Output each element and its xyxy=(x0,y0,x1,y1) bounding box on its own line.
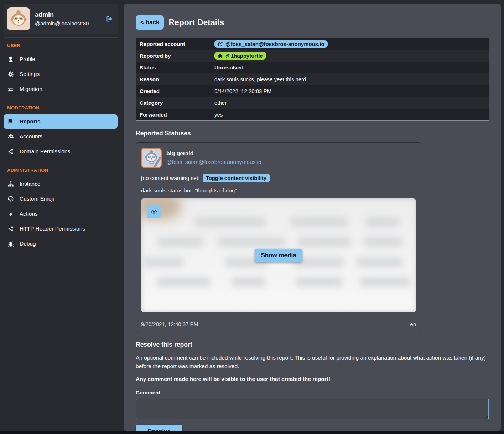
bug-icon xyxy=(7,241,14,247)
status-media-attachment[interactable]: Show media xyxy=(141,198,416,312)
show-media-button[interactable]: Show media xyxy=(255,249,302,262)
media-blur-blob xyxy=(298,237,351,247)
nav-section-administration: ADMINISTRATION xyxy=(4,163,118,176)
reason-value: dark souls sucks, please yeet this nerd xyxy=(211,73,489,85)
resolve-description: An optional comment can be included whil… xyxy=(136,353,489,371)
sidebar-item-label: Custom Emoji xyxy=(20,196,54,202)
reported-account-link[interactable]: @foss_satan@fossbros-anonymous.io xyxy=(214,40,328,48)
report-info-table: Reported account @foss_satan@fossbros-an… xyxy=(136,38,489,121)
forwarded-value: yes xyxy=(211,109,489,121)
migration-icon xyxy=(7,86,14,92)
comment-input[interactable] xyxy=(136,399,489,419)
media-blur-blob xyxy=(365,217,399,227)
back-button[interactable]: < back xyxy=(136,15,164,30)
content-warning-row: [no content warning set] Toggle content … xyxy=(141,174,416,182)
status-language: en xyxy=(410,321,416,327)
table-row: Status Unresolved xyxy=(136,62,489,73)
media-blur-blob xyxy=(194,217,266,227)
sidebar-item-label: Actions xyxy=(20,211,38,217)
nav-section-moderation: MODERATION xyxy=(4,101,118,114)
resolve-warning: Any comment made here will be visible to… xyxy=(136,376,489,382)
sidebar-nav: USER Profile xyxy=(4,38,118,251)
sidebar-item-label: Migration xyxy=(20,86,42,92)
status-value: Unresolved xyxy=(211,62,489,73)
media-blur-blob xyxy=(232,277,266,287)
page-title: Report Details xyxy=(168,18,224,27)
table-row: Forwarded yes xyxy=(136,109,489,121)
sidebar-item-http-header-permissions[interactable]: HTTP Header Permissions xyxy=(4,222,118,236)
sidebar-item-label: Instance xyxy=(20,181,41,187)
media-blur-blob xyxy=(157,277,211,287)
field-label: Category xyxy=(136,97,211,109)
sidebar-item-settings[interactable]: Settings xyxy=(4,67,118,81)
reported-account-handle: @foss_satan@fossbros-anonymous.io xyxy=(225,41,324,47)
status-display-name: big gerald xyxy=(166,150,261,157)
nav-section-user: USER xyxy=(4,38,118,51)
table-row: Created 5/14/2022, 12:20:03 PM xyxy=(136,85,489,97)
user-name: admin xyxy=(35,11,93,19)
sidebar-divider xyxy=(4,37,118,38)
sidebar-item-actions[interactable]: Actions xyxy=(4,207,118,221)
sidebar-item-reports[interactable]: Reports xyxy=(4,114,118,129)
toggle-content-visibility-button[interactable]: Toggle content visibility xyxy=(203,174,270,182)
sidebar-item-custom-emoji[interactable]: Custom Emoji xyxy=(4,192,118,206)
media-blur-blob xyxy=(357,257,403,267)
table-row: Reported account @foss_satan@fossbros-an… xyxy=(136,38,489,50)
logout-button[interactable] xyxy=(105,15,113,22)
field-label: Created xyxy=(136,85,211,97)
sidebar-divider xyxy=(4,100,118,100)
sidebar-item-profile[interactable]: Profile xyxy=(4,52,118,66)
sidebar-item-label: Domain Permissions xyxy=(20,148,70,155)
field-label: Reported by xyxy=(136,50,211,62)
status-footer: 9/20/2021, 12:40:37 PM en xyxy=(136,317,421,332)
table-row: Reason dark souls sucks, please yeet thi… xyxy=(136,73,489,85)
flag-icon xyxy=(7,119,14,125)
sidebar-item-accounts[interactable]: Accounts xyxy=(4,129,118,144)
user-icon xyxy=(7,56,14,62)
sitemap-icon xyxy=(7,181,14,187)
field-label: Reason xyxy=(136,73,211,85)
report-details-panel: < back Report Details Reported account @… xyxy=(124,4,501,431)
hide-media-eye-button[interactable] xyxy=(147,205,161,218)
sidebar-item-label: Settings xyxy=(20,71,40,77)
created-value: 5/14/2022, 12:20:03 PM xyxy=(211,85,489,97)
eye-icon xyxy=(150,208,158,215)
media-blur-blob xyxy=(291,217,348,227)
page-bottom-strip xyxy=(0,431,504,434)
category-value: other xyxy=(211,97,489,109)
external-link-icon xyxy=(218,41,223,47)
sidebar-item-label: HTTP Header Permissions xyxy=(20,226,85,232)
sidebar-item-instance[interactable]: Instance xyxy=(4,177,118,191)
field-label: Reported account xyxy=(136,38,211,50)
resolve-heading: Resolve this report xyxy=(136,341,489,348)
user-card[interactable]: admin @admin@localhost:80... xyxy=(4,4,118,34)
sidebar-item-label: Profile xyxy=(20,56,35,62)
status-content: dark souls status bot: "thoughts of dog" xyxy=(141,187,416,194)
smiley-icon xyxy=(7,196,14,202)
status-timestamp: 9/20/2021, 12:40:37 PM xyxy=(141,321,198,327)
media-blur-blob xyxy=(157,237,203,247)
media-blur-blob xyxy=(360,277,410,287)
status-header: big gerald @foss_satan@fossbros-anonymou… xyxy=(141,148,416,168)
status-avatar xyxy=(141,148,162,168)
sidebar-item-domain-permissions[interactable]: Domain Permissions xyxy=(4,144,118,159)
media-blur-blob xyxy=(296,277,342,287)
reported-by-link[interactable]: @1happyturtle xyxy=(214,52,266,60)
title-row: < back Report Details xyxy=(136,15,489,30)
gears-icon xyxy=(7,71,14,77)
sidebar-item-label: Reports xyxy=(20,118,41,125)
status-account-link[interactable]: @foss_satan@fossbros-anonymous.io xyxy=(166,159,261,165)
share-nodes-icon xyxy=(7,149,14,155)
field-label: Forwarded xyxy=(136,109,211,121)
user-handle: @admin@localhost:80... xyxy=(35,20,93,26)
table-row: Category other xyxy=(136,97,489,109)
sidebar-item-debug[interactable]: Debug xyxy=(4,237,118,251)
media-blur-blob xyxy=(218,237,285,247)
sidebar: admin @admin@localhost:80... USER Profil… xyxy=(4,4,118,252)
sidebar-item-migration[interactable]: Migration xyxy=(4,82,118,96)
bolt-icon xyxy=(7,211,14,217)
media-blur-blob xyxy=(364,237,403,247)
sidebar-item-label: Debug xyxy=(20,241,36,247)
house-icon xyxy=(218,53,223,58)
reported-by-handle: @1happyturtle xyxy=(225,53,263,59)
